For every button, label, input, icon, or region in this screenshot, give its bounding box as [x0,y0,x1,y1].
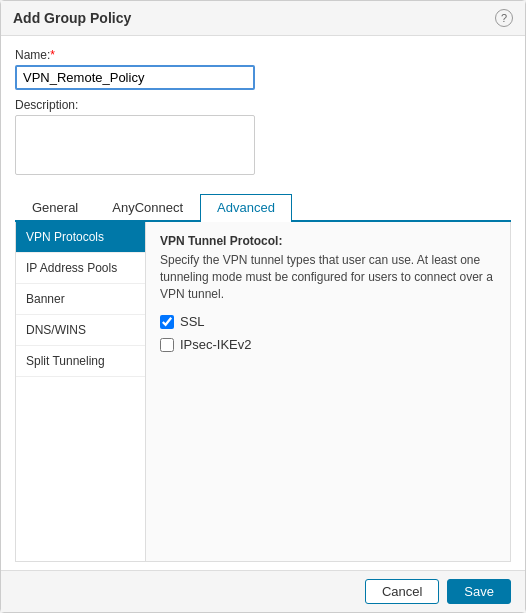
sidebar: VPN Protocols IP Address Pools Banner DN… [16,222,146,561]
ssl-checkbox[interactable] [160,315,174,329]
content-title: VPN Tunnel Protocol: [160,234,496,248]
cancel-button[interactable]: Cancel [365,579,439,604]
tab-general[interactable]: General [15,194,95,220]
ipsec-ikev2-label: IPsec-IKEv2 [180,337,252,352]
sidebar-item-vpn-protocols[interactable]: VPN Protocols [16,222,145,253]
dialog-footer: Cancel Save [1,570,525,612]
dialog-header: Add Group Policy ? [1,1,525,36]
sidebar-item-dns-wins[interactable]: DNS/WINS [16,315,145,346]
dialog-title: Add Group Policy [13,10,131,26]
content-description: Specify the VPN tunnel types that user c… [160,252,496,302]
tabs-bar: General AnyConnect Advanced [15,194,511,222]
ssl-checkbox-row: SSL [160,314,496,329]
description-label: Description: [15,98,511,112]
tab-advanced[interactable]: Advanced [200,194,292,222]
sidebar-item-ip-address-pools[interactable]: IP Address Pools [16,253,145,284]
name-input[interactable] [15,65,255,90]
required-indicator: * [50,48,55,62]
description-field-row: Description: [15,98,511,178]
save-button[interactable]: Save [447,579,511,604]
name-field-row: Name:* [15,48,511,90]
description-input[interactable] [15,115,255,175]
content-panel: VPN Tunnel Protocol: Specify the VPN tun… [146,222,510,561]
sidebar-item-banner[interactable]: Banner [16,284,145,315]
name-label: Name:* [15,48,511,62]
dialog-container: Add Group Policy ? Name:* Description: G… [0,0,526,613]
help-icon[interactable]: ? [495,9,513,27]
tab-anyconnect[interactable]: AnyConnect [95,194,200,220]
dialog-body: Name:* Description: General AnyConnect A… [1,36,525,570]
ssl-label: SSL [180,314,205,329]
tab-content: VPN Protocols IP Address Pools Banner DN… [15,222,511,562]
ipsec-ikev2-checkbox[interactable] [160,338,174,352]
sidebar-item-split-tunneling[interactable]: Split Tunneling [16,346,145,377]
ipsec-checkbox-row: IPsec-IKEv2 [160,337,496,352]
